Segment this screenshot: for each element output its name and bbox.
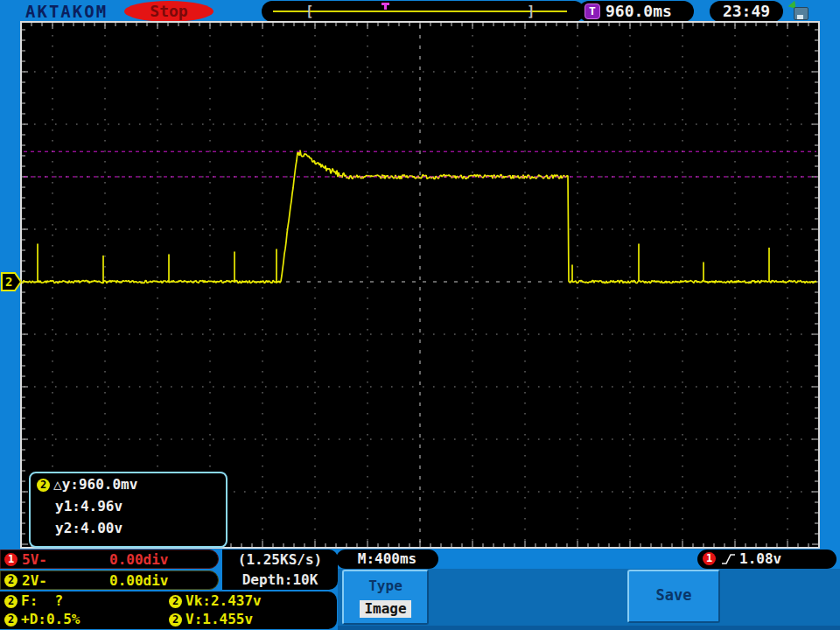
save-button[interactable]: Save [627,570,720,623]
type-label: Type [344,578,427,594]
trigger-source-badge: 1 [703,552,716,565]
ch1-scale: 5V- [22,550,47,570]
ch1-badge: 1 [4,553,18,566]
trigger-position-icon[interactable] [382,3,389,10]
run-state-button[interactable]: Stop [124,1,214,22]
type-menu-button[interactable]: Type Image [342,570,429,625]
ch2-trace [22,150,816,284]
trigger-offset-value: 960.0ms [606,1,672,22]
timebase-readout: M:400ms [336,550,438,569]
acquisition-panel: (1.25KS/s) Depth:10K [222,550,338,590]
measure-vk: Vk:2.437v [186,592,262,609]
trigger-offset-readout: T 960.0ms [578,1,694,22]
memory-line [273,10,567,12]
ch2-badge: 2 [4,595,18,608]
cursor-y1-value: y1:4.96v [31,495,226,517]
measurements-panel: 2F: ? 2Vk:2.437v 2+D:0.5% 2V:1.455v [0,592,337,629]
window-left-bracket: [ [305,4,313,19]
ch2-zero-marker[interactable]: 2 [1,271,22,292]
trigger-t-icon: T [584,4,600,19]
graticule-canvas [22,23,818,547]
measure-duty: +D:0.5% [21,611,80,627]
memory-depth: Depth:10K [222,570,338,590]
trigger-status: 1 1.08v [697,550,836,569]
svg-text:2: 2 [5,275,12,289]
measure-frequency: F: ? [21,592,63,609]
ch2-badge: 2 [37,479,50,492]
ch1-status-row[interactable]: 1 5V- 0.00div [0,550,219,569]
oscilloscope-screen: AKTAKOM Stop [ ] T 960.0ms 23:49 2 2△y:9… [0,0,840,630]
cursor-readout-panel: 2△y:960.0mv y1:4.96v y2:4.00v [29,472,228,548]
measure-vrms: V:1.455v [186,611,253,627]
ch2-badge: 2 [4,574,18,587]
waveform-plot [20,21,820,549]
clock: 23:49 [710,1,783,22]
usb-storage-icon [788,3,808,20]
type-value-selected[interactable]: Image [360,600,410,618]
sample-rate: (1.25KS/s) [222,550,338,570]
ch2-badge: 2 [169,595,182,608]
brand-logo: AKTAKOM [25,2,108,21]
memory-window-bar[interactable]: [ ] [262,1,584,22]
rising-edge-icon [721,553,736,565]
ch2-scale: 2V- [22,571,47,591]
cursor-y2-value: y2:4.00v [31,517,226,539]
trigger-level-value: 1.08v [739,550,781,569]
window-right-bracket: ] [527,4,535,19]
ch2-status-row[interactable]: 2 2V- 0.00div [0,570,219,590]
ch2-badge: 2 [169,613,182,626]
cursor-delta-value: △y:960.0mv [53,476,137,493]
ch2-offset: 0.00div [109,571,168,591]
ch2-badge: 2 [4,613,18,626]
ch1-offset: 0.00div [109,550,168,570]
